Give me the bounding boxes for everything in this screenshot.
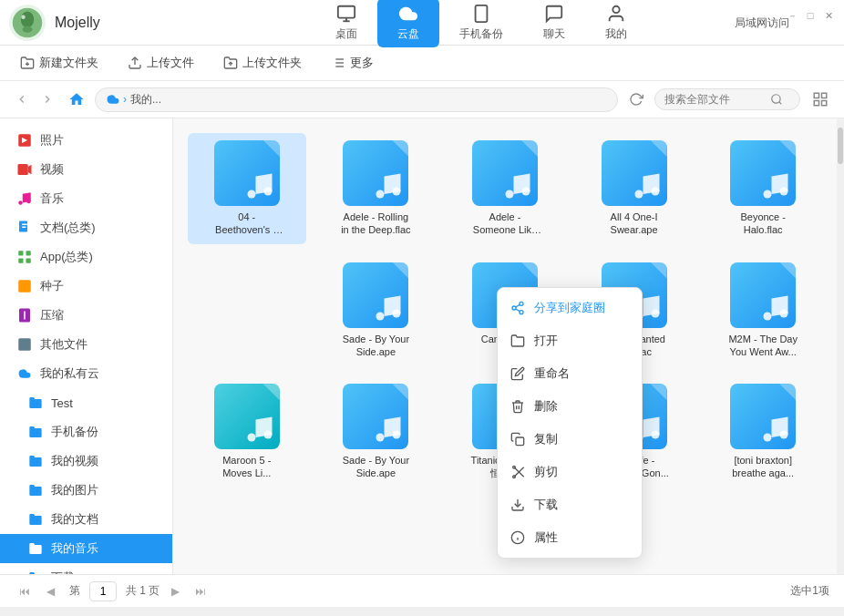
folder-video-icon xyxy=(27,453,44,469)
grid-view-button[interactable] xyxy=(808,87,833,112)
sidebar-item-zip[interactable]: 压缩 xyxy=(0,301,172,330)
ctx-open-button[interactable]: 打开 xyxy=(498,324,642,357)
file-item[interactable]: [toni braxton] breathe aga... xyxy=(704,376,822,488)
first-page-button[interactable]: ⏮ xyxy=(15,581,35,601)
svg-point-52 xyxy=(376,312,385,320)
file-icon xyxy=(472,140,538,206)
file-item[interactable]: 04 - Beethoven's 5 Secrets.flac xyxy=(188,133,306,244)
maximize-button[interactable]: □ xyxy=(804,9,817,22)
sidebar-item-other[interactable]: 其他文件 xyxy=(0,330,172,359)
nav-cloud[interactable]: 云盘 xyxy=(377,0,439,47)
rename-icon xyxy=(510,366,525,381)
svg-point-46 xyxy=(505,190,513,199)
file-name: [toni braxton] breathe aga... xyxy=(726,454,799,480)
upload-folder-icon xyxy=(223,56,238,70)
svg-rect-38 xyxy=(18,280,31,293)
svg-point-2 xyxy=(21,15,26,19)
svg-rect-41 xyxy=(18,338,31,351)
file-item[interactable]: Maroon 5 - Moves Li... xyxy=(188,376,306,488)
sidebar-item-downloads[interactable]: 下载 xyxy=(0,563,172,574)
svg-point-48 xyxy=(634,190,643,199)
sidebar-item-my-video[interactable]: 我的视频 xyxy=(0,447,172,476)
svg-rect-35 xyxy=(26,251,31,255)
nav-chat[interactable]: 聊天 xyxy=(523,0,585,47)
forward-button[interactable] xyxy=(36,88,58,110)
app-icon xyxy=(16,249,33,265)
file-name: Sade - By Your Side.ape xyxy=(339,454,412,480)
sidebar-item-mobile-backup[interactable]: 手机备份 xyxy=(0,417,172,447)
sidebar-item-private-cloud[interactable]: 我的私有云 xyxy=(0,359,172,388)
nav-arrows xyxy=(11,88,58,110)
file-item[interactable]: M2M - The Day You Went Aw... xyxy=(704,255,822,366)
svg-line-74 xyxy=(516,304,520,307)
sidebar-item-test[interactable]: Test xyxy=(0,388,172,417)
ctx-cut-button[interactable]: 剪切 xyxy=(498,456,642,488)
file-item[interactable]: Sade - By Your Side.ape xyxy=(317,255,436,366)
svg-point-67 xyxy=(651,431,659,439)
file-name: All 4 One-I Swear.ape xyxy=(598,210,671,237)
new-folder-button[interactable]: 新建文件夹 xyxy=(15,51,104,75)
sidebar-item-video[interactable]: 视频 xyxy=(0,155,172,184)
app-logo xyxy=(9,5,46,41)
open-icon xyxy=(510,334,525,348)
ctx-download-button[interactable]: 下载 xyxy=(498,488,642,521)
sidebar-item-apps[interactable]: App(总类) xyxy=(0,242,172,272)
upload-folder-button[interactable]: 上传文件夹 xyxy=(218,51,307,75)
sidebar-item-my-music[interactable]: 我的音乐 xyxy=(0,534,172,563)
back-button[interactable] xyxy=(11,88,33,110)
file-item[interactable]: All 4 One-I Swear.ape xyxy=(575,133,694,244)
refresh-button[interactable] xyxy=(625,88,647,110)
sidebar-item-docs[interactable]: 文档(总类) xyxy=(0,213,172,242)
close-button[interactable]: ✕ xyxy=(822,9,835,22)
folder-pics-icon xyxy=(27,482,44,498)
ctx-copy-button[interactable]: 复制 xyxy=(498,423,642,456)
sidebar-item-my-docs[interactable]: 我的文档 xyxy=(0,505,172,534)
last-page-button[interactable]: ⏭ xyxy=(190,581,211,601)
file-item[interactable]: Sade - By Your Side.ape xyxy=(317,376,436,488)
main-content: ▶ 照片 视频 音乐 文档(总类) App(总类) xyxy=(0,118,844,574)
more-button[interactable]: 更多 xyxy=(325,51,379,75)
minimize-button[interactable]: － xyxy=(786,9,798,22)
svg-rect-23 xyxy=(814,101,818,106)
svg-point-63 xyxy=(393,431,401,439)
address-path[interactable]: › 我的... xyxy=(95,87,618,112)
next-page-button[interactable]: ▶ xyxy=(165,581,185,601)
prev-page-button[interactable]: ◀ xyxy=(40,581,60,601)
scrollbar-track[interactable] xyxy=(837,118,844,574)
page-number-input[interactable] xyxy=(89,581,117,601)
sidebar-item-seeds[interactable]: 种子 xyxy=(0,272,172,301)
svg-point-58 xyxy=(764,312,772,320)
search-input[interactable] xyxy=(664,93,765,106)
ctx-share-button[interactable]: 分享到家庭圈 xyxy=(498,292,642,324)
folder-music-icon xyxy=(27,540,44,557)
scrollbar-thumb[interactable] xyxy=(838,128,843,164)
svg-point-42 xyxy=(247,190,255,199)
upload-file-button[interactable]: 上传文件 xyxy=(122,51,200,75)
sidebar-item-music[interactable]: 音乐 xyxy=(0,184,172,213)
svg-marker-28 xyxy=(28,165,32,175)
ctx-rename-button[interactable]: 重命名 xyxy=(498,357,642,390)
sidebar-item-my-pics[interactable]: 我的图片 xyxy=(0,476,172,505)
nav-desktop[interactable]: 桌面 xyxy=(315,0,377,47)
ctx-delete-button[interactable]: 删除 xyxy=(498,390,642,423)
nav-mine[interactable]: 我的 xyxy=(585,0,647,47)
svg-rect-36 xyxy=(18,259,23,263)
nav-mobile[interactable]: 手机备份 xyxy=(439,0,523,47)
sidebar-item-photos[interactable]: ▶ 照片 xyxy=(0,126,172,155)
photo-icon: ▶ xyxy=(16,132,33,149)
file-item[interactable]: Adele - Rolling in the Deep.flac xyxy=(317,133,436,244)
svg-point-50 xyxy=(764,190,772,199)
svg-rect-22 xyxy=(822,93,827,98)
file-item[interactable]: Adele - Someone Like You.flac xyxy=(446,133,564,244)
ctx-properties-button[interactable]: 属性 xyxy=(498,521,642,554)
file-item[interactable]: Beyonce - Halo.flac xyxy=(704,133,822,244)
svg-point-29 xyxy=(18,200,23,205)
svg-point-60 xyxy=(247,434,255,442)
svg-rect-27 xyxy=(18,164,28,175)
svg-point-1 xyxy=(21,11,34,27)
svg-text:▶: ▶ xyxy=(22,136,28,144)
search-box[interactable] xyxy=(654,88,800,110)
sidebar: ▶ 照片 视频 音乐 文档(总类) App(总类) xyxy=(0,118,173,574)
home-button[interactable] xyxy=(66,88,87,110)
svg-point-47 xyxy=(521,188,530,196)
